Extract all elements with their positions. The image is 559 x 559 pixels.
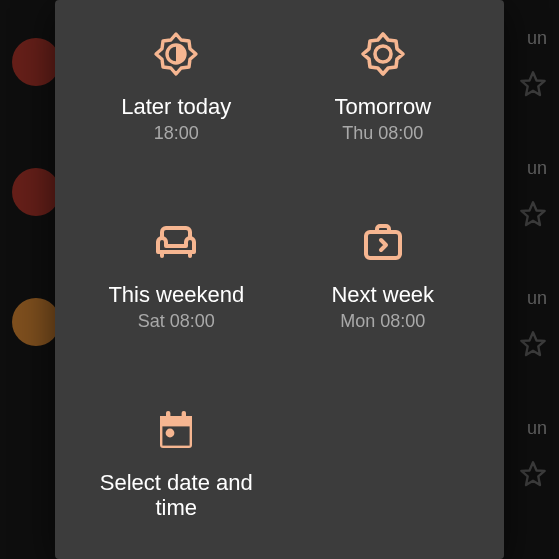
snooze-option-time: Sat 08:00 bbox=[138, 311, 215, 333]
snooze-option-tomorrow[interactable]: Tomorrow Thu 08:00 bbox=[280, 24, 487, 145]
snooze-option-label: Select date and time bbox=[91, 470, 261, 521]
snooze-option-time: Thu 08:00 bbox=[342, 123, 423, 145]
snooze-option-later-today[interactable]: Later today 18:00 bbox=[73, 24, 280, 145]
snooze-option-label: Later today bbox=[121, 94, 231, 119]
svg-rect-13 bbox=[166, 411, 170, 420]
snooze-dialog: Later today 18:00 Tomorrow Thu 08:00 Thi… bbox=[55, 0, 504, 559]
svg-marker-6 bbox=[363, 34, 403, 74]
snooze-option-label: Tomorrow bbox=[334, 94, 431, 119]
svg-rect-14 bbox=[182, 411, 186, 420]
couch-icon bbox=[152, 218, 200, 266]
snooze-option-label: This weekend bbox=[108, 282, 244, 307]
snooze-option-label: Next week bbox=[331, 282, 434, 307]
briefcase-next-icon bbox=[359, 218, 407, 266]
snooze-option-time: 18:00 bbox=[154, 123, 199, 145]
svg-rect-10 bbox=[366, 232, 400, 258]
snooze-option-this-weekend[interactable]: This weekend Sat 08:00 bbox=[73, 212, 280, 333]
snooze-option-custom-datetime[interactable]: Select date and time bbox=[73, 400, 280, 525]
svg-rect-15 bbox=[163, 426, 190, 445]
brightness-full-icon bbox=[359, 30, 407, 78]
snooze-option-next-week[interactable]: Next week Mon 08:00 bbox=[280, 212, 487, 333]
svg-point-16 bbox=[166, 429, 175, 438]
svg-point-7 bbox=[375, 46, 391, 62]
brightness-half-icon bbox=[152, 30, 200, 78]
snooze-option-time: Mon 08:00 bbox=[340, 311, 425, 333]
svg-rect-12 bbox=[160, 416, 192, 424]
calendar-select-icon bbox=[152, 406, 200, 454]
